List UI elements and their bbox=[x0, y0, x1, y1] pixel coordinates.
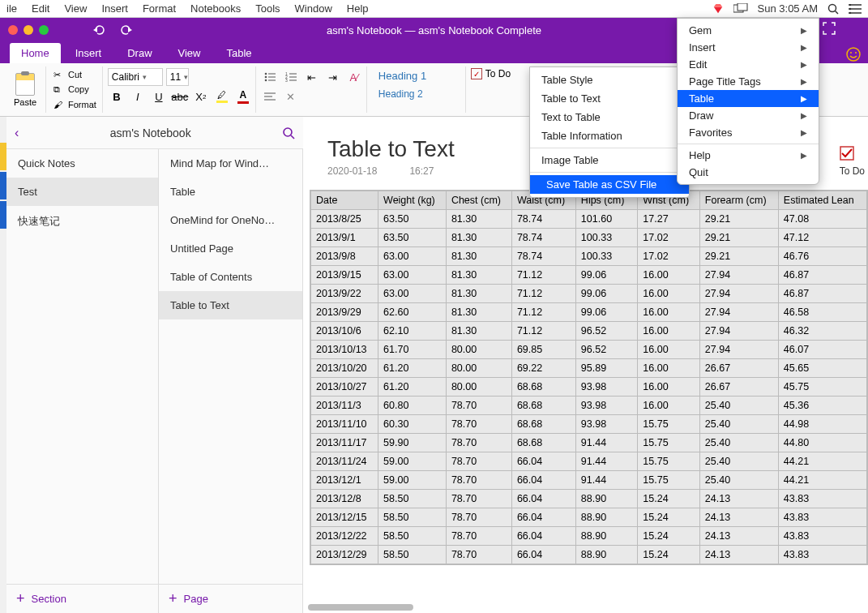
table-row[interactable]: 2013/12/858.5078.7066.0488.9015.2424.134… bbox=[311, 490, 867, 508]
table-row[interactable]: 2013/11/2459.0078.7066.0491.4415.7525.40… bbox=[311, 452, 867, 471]
app-menu-favorites[interactable]: Favorites▶ bbox=[678, 124, 819, 141]
copy-button[interactable]: ⧉Copy bbox=[51, 83, 99, 96]
cell[interactable]: 71.12 bbox=[511, 303, 575, 322]
cell[interactable]: 78.70 bbox=[446, 527, 511, 546]
table-row[interactable]: 2013/10/1361.7080.0069.8596.5216.0027.94… bbox=[311, 341, 867, 359]
cell[interactable]: 45.65 bbox=[778, 359, 866, 378]
cell[interactable]: 101.60 bbox=[575, 210, 638, 229]
cell[interactable]: 78.74 bbox=[511, 229, 575, 247]
cell[interactable]: 80.00 bbox=[446, 378, 511, 397]
cell[interactable]: 47.12 bbox=[778, 229, 866, 247]
todo-tag[interactable]: ✓To Do bbox=[471, 68, 511, 79]
minimize-window[interactable] bbox=[24, 25, 33, 35]
table-row[interactable]: 2013/10/662.1081.3071.1296.5216.0027.944… bbox=[311, 322, 867, 341]
cell[interactable]: 2013/11/3 bbox=[311, 397, 378, 415]
cell[interactable]: 46.87 bbox=[778, 285, 866, 303]
cell[interactable]: 16.00 bbox=[638, 378, 700, 397]
cell[interactable]: 81.30 bbox=[446, 247, 511, 266]
cell[interactable]: 27.94 bbox=[699, 266, 778, 285]
app-menu-table[interactable]: Table▶ bbox=[678, 90, 819, 107]
cell[interactable]: 17.02 bbox=[638, 229, 700, 247]
table-row[interactable]: 2013/10/2761.2080.0068.6893.9816.0026.67… bbox=[311, 378, 867, 397]
cell[interactable]: 58.50 bbox=[378, 508, 447, 527]
cell[interactable]: 95.89 bbox=[575, 359, 638, 378]
cell[interactable]: 2013/11/17 bbox=[311, 434, 378, 452]
cell[interactable]: 99.06 bbox=[575, 285, 638, 303]
table-row[interactable]: 2013/9/1563.0081.3071.1299.0616.0027.944… bbox=[311, 266, 867, 285]
expand-icon[interactable] bbox=[823, 22, 836, 38]
highlight-button[interactable]: 🖊 bbox=[213, 88, 231, 105]
cell[interactable]: 46.76 bbox=[778, 247, 866, 266]
cell[interactable]: 96.52 bbox=[575, 341, 638, 359]
cell[interactable]: 66.04 bbox=[511, 452, 575, 471]
cell[interactable]: 2013/12/29 bbox=[311, 546, 378, 564]
cell[interactable]: 66.04 bbox=[511, 471, 575, 490]
cell[interactable]: 58.50 bbox=[378, 490, 447, 508]
page-item[interactable]: Table bbox=[159, 178, 302, 206]
cell[interactable]: 60.80 bbox=[378, 397, 447, 415]
cell[interactable]: 61.20 bbox=[378, 378, 447, 397]
data-table[interactable]: DateWeight (kg)Chest (cm)Waist (cm)Hips … bbox=[310, 191, 867, 564]
cell[interactable]: 15.24 bbox=[638, 546, 700, 564]
submenu-item[interactable]: Table to Text bbox=[530, 89, 689, 108]
col-header[interactable]: Forearm (cm) bbox=[699, 191, 778, 210]
gem-status-icon[interactable] bbox=[712, 3, 724, 15]
page-item[interactable]: Table to Text bbox=[159, 291, 302, 319]
cell[interactable]: 25.40 bbox=[699, 452, 778, 471]
cell[interactable]: 96.52 bbox=[575, 322, 638, 341]
table-row[interactable]: 2013/9/863.0081.3078.74100.3317.0229.214… bbox=[311, 247, 867, 266]
cell[interactable]: 2013/12/15 bbox=[311, 508, 378, 527]
cell[interactable]: 47.08 bbox=[778, 210, 866, 229]
back-icon[interactable]: ‹ bbox=[15, 126, 19, 140]
horizontal-scrollbar[interactable] bbox=[308, 604, 413, 611]
cell[interactable]: 63.50 bbox=[378, 210, 447, 229]
cell[interactable]: 78.74 bbox=[511, 247, 575, 266]
cell[interactable]: 2013/9/15 bbox=[311, 266, 378, 285]
cell[interactable]: 46.07 bbox=[778, 341, 866, 359]
cell[interactable]: 63.00 bbox=[378, 266, 447, 285]
zoom-window[interactable] bbox=[39, 25, 49, 35]
cell[interactable]: 16.00 bbox=[638, 341, 700, 359]
table-row[interactable]: 2013/11/1060.3078.7068.6893.9815.7525.40… bbox=[311, 415, 867, 434]
cell[interactable]: 2013/12/22 bbox=[311, 527, 378, 546]
table-row[interactable]: 2013/12/2958.5078.7066.0488.9015.2424.13… bbox=[311, 546, 867, 564]
cell[interactable]: 25.40 bbox=[699, 397, 778, 415]
cell[interactable]: 15.75 bbox=[638, 471, 700, 490]
bold-button[interactable]: B bbox=[108, 88, 126, 105]
underline-button[interactable]: U bbox=[150, 88, 168, 105]
cell[interactable]: 27.94 bbox=[699, 285, 778, 303]
undo-icon[interactable] bbox=[93, 24, 106, 36]
cell[interactable]: 2013/11/24 bbox=[311, 452, 378, 471]
cell[interactable]: 16.00 bbox=[638, 303, 700, 322]
cell[interactable]: 45.36 bbox=[778, 397, 866, 415]
cell[interactable]: 43.83 bbox=[778, 546, 866, 564]
strike-button[interactable]: abc bbox=[171, 88, 189, 105]
cell[interactable]: 80.00 bbox=[446, 341, 511, 359]
align-button[interactable] bbox=[261, 88, 279, 105]
cell[interactable]: 93.98 bbox=[575, 415, 638, 434]
checkbox-icon[interactable] bbox=[840, 146, 854, 161]
font-color-button[interactable]: A bbox=[234, 88, 252, 105]
cell[interactable]: 78.74 bbox=[511, 210, 575, 229]
add-section-button[interactable]: +Section bbox=[6, 584, 158, 613]
cell[interactable]: 16.00 bbox=[638, 359, 700, 378]
cell[interactable]: 25.40 bbox=[699, 434, 778, 452]
cell[interactable]: 63.50 bbox=[378, 229, 447, 247]
cell[interactable]: 15.24 bbox=[638, 527, 700, 546]
cell[interactable]: 81.30 bbox=[446, 322, 511, 341]
cell[interactable]: 78.70 bbox=[446, 434, 511, 452]
tab-draw[interactable]: Draw bbox=[116, 43, 163, 63]
cell[interactable]: 46.32 bbox=[778, 322, 866, 341]
cell[interactable]: 93.98 bbox=[575, 397, 638, 415]
cell[interactable]: 25.40 bbox=[699, 415, 778, 434]
cell[interactable]: 69.22 bbox=[511, 359, 575, 378]
cell[interactable]: 27.94 bbox=[699, 341, 778, 359]
cell[interactable]: 24.13 bbox=[699, 546, 778, 564]
cell[interactable]: 2013/10/27 bbox=[311, 378, 378, 397]
section-tab-yellow[interactable] bbox=[0, 143, 6, 170]
mac-menu-ile[interactable]: ile bbox=[6, 2, 17, 15]
mac-menu-edit[interactable]: Edit bbox=[32, 2, 49, 15]
table-row[interactable]: 2013/12/2258.5078.7066.0488.9015.2424.13… bbox=[311, 527, 867, 546]
cell[interactable]: 2013/11/10 bbox=[311, 415, 378, 434]
cell[interactable]: 63.00 bbox=[378, 247, 447, 266]
